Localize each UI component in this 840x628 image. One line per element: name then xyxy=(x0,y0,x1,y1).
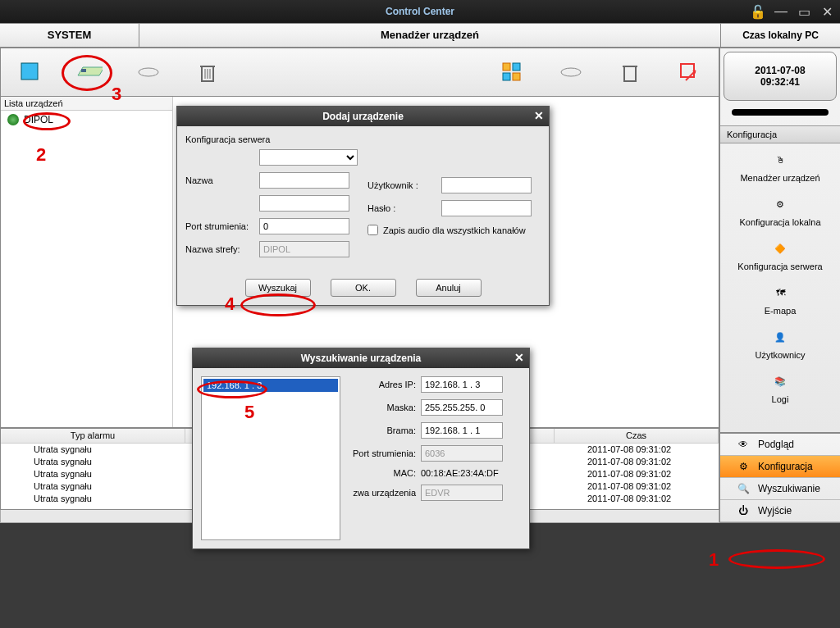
dialog-search-title[interactable]: Wyszukiwanie urządzenia ✕ xyxy=(193,348,529,368)
nav-config[interactable]: ⚙Konfiguracja xyxy=(720,456,840,478)
config-item[interactable]: 🗺E-mapa xyxy=(720,276,840,321)
cancel-button[interactable]: Anuluj xyxy=(416,279,482,297)
device-list-item[interactable]: DIPOL xyxy=(1,111,172,129)
dialog-add-title[interactable]: Dodaj urządzenie ✕ xyxy=(177,107,549,126)
mac-value: 00:18:AE:23:4A:DF xyxy=(421,468,499,478)
toolbar xyxy=(0,48,719,97)
name-input[interactable] xyxy=(259,172,349,189)
exit-icon: ⏻ xyxy=(735,503,751,519)
status-bar xyxy=(732,109,829,116)
gateway-input[interactable] xyxy=(421,422,503,439)
config-icon: 🗺 xyxy=(769,281,792,304)
config-item[interactable]: 🔶Konfiguracja serwera xyxy=(720,232,840,276)
found-device-list[interactable]: 192.168. 1 . 3 xyxy=(201,376,340,540)
annotation-circle-1 xyxy=(728,549,825,569)
server-config-label: Konfiguracja serwera xyxy=(185,134,541,144)
svg-rect-12 xyxy=(513,73,520,80)
top-tabs: SYSTEM Menadżer urządzeń Czas lokalny PC xyxy=(0,23,840,48)
minimize-icon[interactable]: — xyxy=(774,5,788,18)
trash2-icon[interactable] xyxy=(617,59,643,85)
nav-preview[interactable]: 👁Podgląd xyxy=(720,434,840,456)
user-input[interactable] xyxy=(441,177,532,193)
tab-device-manager[interactable]: Menadżer urządzeń xyxy=(139,24,721,47)
config-item[interactable]: 📚Logi xyxy=(720,365,840,409)
config-item[interactable]: ⚙Konfiguracja lokalna xyxy=(720,188,840,232)
close-icon[interactable]: ✕ xyxy=(534,109,544,122)
config-icon: ⚙ xyxy=(769,193,792,216)
ok-button[interactable]: OK. xyxy=(331,279,396,297)
search-icon: 🔍 xyxy=(735,480,751,497)
window-titlebar: Control Center 🔓 — ▭ ✕ xyxy=(0,0,840,23)
nav-exit[interactable]: ⏻Wyjście xyxy=(720,500,840,522)
tab-system[interactable]: SYSTEM xyxy=(0,24,139,47)
config-section-header[interactable]: Konfiguracja xyxy=(720,125,840,143)
device-list-header: Lista urządzeń xyxy=(1,97,172,111)
stream-port-ro xyxy=(421,445,503,462)
tab-clock: Czas lokalny PC xyxy=(721,24,840,47)
maximize-icon[interactable]: ▭ xyxy=(797,5,810,18)
close-icon[interactable]: ✕ xyxy=(820,5,833,18)
stream-port-input[interactable] xyxy=(259,218,349,234)
config-icon: 🖱 xyxy=(769,148,792,171)
search-button[interactable]: Wyszukaj xyxy=(245,279,311,297)
globe-icon xyxy=(7,114,19,125)
dialog-add-device: Dodaj urządzenie ✕ Konfiguracja serwera … xyxy=(176,106,550,306)
eye-icon: 👁 xyxy=(735,436,751,453)
svg-rect-14 xyxy=(624,66,636,81)
clock-date: 2011-07-08 xyxy=(755,65,805,76)
password-input[interactable] xyxy=(441,200,532,216)
svg-rect-9 xyxy=(503,63,510,71)
add-device-icon[interactable] xyxy=(76,59,103,85)
alarm-col-type[interactable]: Typ alarmu xyxy=(1,429,185,443)
svg-point-13 xyxy=(561,68,581,76)
add-zone-icon[interactable] xyxy=(17,59,43,85)
address-input[interactable] xyxy=(259,195,349,212)
import-icon[interactable] xyxy=(676,59,702,85)
disk2-icon[interactable] xyxy=(558,59,584,85)
svg-rect-10 xyxy=(513,63,520,71)
device-name-ro xyxy=(421,485,503,501)
device-list-label: DIPOL xyxy=(24,114,53,125)
disk-icon[interactable] xyxy=(135,59,162,85)
close-icon[interactable]: ✕ xyxy=(514,351,524,364)
svg-rect-11 xyxy=(503,73,510,80)
gear-icon: ⚙ xyxy=(735,458,751,475)
grid-icon[interactable] xyxy=(499,59,525,85)
zone-input xyxy=(259,241,349,257)
config-item[interactable]: 👤Użytkownicy xyxy=(720,321,840,365)
ip-input[interactable] xyxy=(421,376,503,393)
svg-point-3 xyxy=(139,68,158,76)
lock-icon[interactable]: 🔓 xyxy=(751,5,765,18)
dialog-search-device: Wyszukiwanie urządzenia ✕ 192.168. 1 . 3… xyxy=(192,348,530,549)
found-device-item[interactable]: 192.168. 1 . 3 xyxy=(203,379,338,392)
bottom-nav: 👁Podgląd ⚙Konfiguracja 🔍Wyszukiwanie ⏻Wy… xyxy=(719,433,840,523)
clock-time: 09:32:41 xyxy=(760,76,800,88)
mask-input[interactable] xyxy=(421,399,503,416)
config-icon: 👤 xyxy=(769,325,792,348)
svg-rect-2 xyxy=(81,69,86,72)
nav-search[interactable]: 🔍Wyszukiwanie xyxy=(720,478,840,500)
config-icon: 📚 xyxy=(769,370,792,393)
device-list-panel: Lista urządzeń DIPOL xyxy=(1,97,173,427)
svg-rect-0 xyxy=(21,63,38,80)
config-item[interactable]: 🖱Menadżer urządzeń xyxy=(720,143,840,188)
trash-icon[interactable] xyxy=(194,59,221,85)
annotation-number-1: 1 xyxy=(709,549,719,571)
alarm-col-time[interactable]: Czas xyxy=(555,429,719,443)
config-icon: 🔶 xyxy=(769,237,792,260)
clock-display: 2011-07-08 09:32:41 xyxy=(724,52,837,101)
device-type-select[interactable] xyxy=(259,149,358,166)
audio-all-checkbox[interactable] xyxy=(368,225,378,235)
window-title: Control Center xyxy=(386,6,454,17)
